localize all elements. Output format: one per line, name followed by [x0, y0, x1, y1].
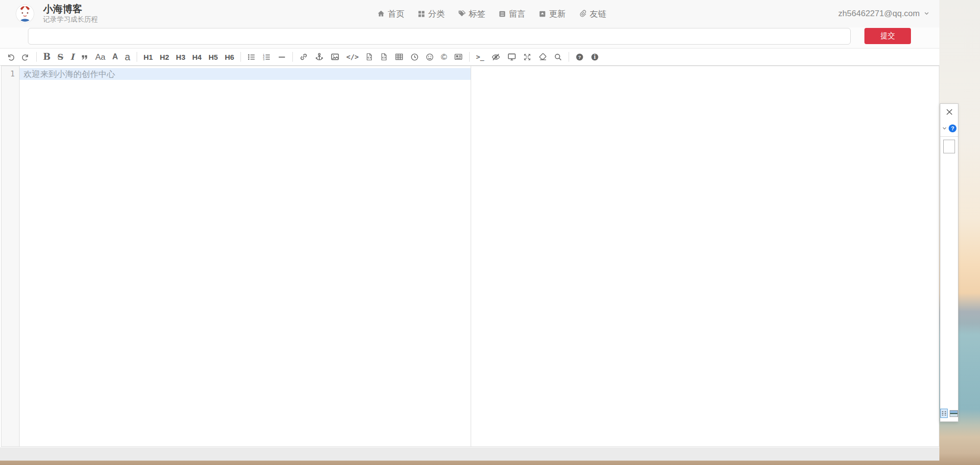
markdown-preview-pane [471, 66, 939, 446]
toolbar-html-entities-button[interactable]: © [437, 49, 451, 65]
redo-icon [22, 53, 30, 61]
toolbar-info-button[interactable]: i [587, 49, 602, 65]
code-icon: </> [346, 53, 359, 60]
nav-item-messages[interactable]: 留言 [499, 8, 526, 20]
user-menu[interactable]: zh56462271@qq.com [838, 0, 930, 27]
nav-item-links[interactable]: 友链 [579, 8, 606, 20]
toolbar-group-divider [569, 52, 569, 62]
toolbar-search-button[interactable] [550, 49, 566, 65]
nav-item-label: 首页 [388, 8, 405, 20]
toolbar-strikethrough-button[interactable]: S [54, 49, 67, 65]
svg-text:i: i [594, 54, 596, 60]
panel-divider [940, 136, 958, 137]
editor-placeholder-text: 欢迎来到小海的创作中心 [20, 69, 115, 80]
nav-item-categories[interactable]: 分类 [418, 8, 445, 20]
chevron-down-icon[interactable] [942, 124, 947, 133]
toolbar-list-ul-button[interactable] [244, 49, 259, 65]
main-nav: 首页分类标签留言更新友链 [377, 0, 606, 27]
toolbar-emoji-button[interactable] [422, 49, 437, 65]
preview-icon [507, 52, 516, 61]
toolbar-h2-button[interactable]: H2 [156, 49, 172, 65]
nav-item-tags[interactable]: 标签 [458, 8, 485, 20]
category-icon [418, 10, 425, 18]
panel-controls-row: ? [940, 124, 958, 133]
toolbar-watch-button[interactable] [488, 49, 504, 65]
toolbar-h4-button[interactable]: H4 [189, 49, 205, 65]
h2-icon: H2 [160, 53, 169, 61]
toolbar-preformatted-text-button[interactable] [362, 49, 377, 65]
toolbar-goto-line-button[interactable]: >_ [473, 49, 488, 65]
toolbar-link-button[interactable] [296, 49, 311, 65]
comments-icon [499, 10, 506, 18]
h4-icon: H4 [192, 53, 202, 61]
toolbar-h3-button[interactable]: H3 [172, 49, 189, 65]
toolbar-bold-button[interactable]: B [40, 49, 54, 65]
datetime-icon [410, 53, 419, 61]
toolbar-h1-button[interactable]: H1 [140, 49, 156, 65]
image-icon [331, 52, 339, 61]
toolbar-hr-button[interactable] [274, 49, 289, 65]
update-icon [539, 10, 546, 18]
panel-bottom-icons [940, 409, 958, 418]
side-overlay-panel: ? [940, 103, 958, 422]
home-icon [377, 10, 385, 18]
nav-item-label: 友链 [590, 8, 606, 20]
toolbar-undo-button[interactable] [3, 49, 18, 65]
toolbar-image-button[interactable] [327, 49, 343, 65]
emoji-icon [426, 53, 434, 61]
preformatted-text-icon [365, 52, 373, 61]
nav-item-label: 更新 [549, 8, 566, 20]
line-number-gutter: 1 [1, 66, 20, 446]
toolbar-preview-button[interactable] [504, 49, 520, 65]
toolbar-ucwords-button[interactable]: Aa [92, 49, 109, 65]
toolbar-clear-button[interactable] [535, 49, 550, 65]
toolbar-pagebreak-button[interactable] [451, 49, 466, 65]
editor-toolbar: BSIAaAaH1H2H3H4H5H6123</>©>_?i [0, 49, 939, 66]
search-icon [554, 53, 562, 61]
submit-button[interactable]: 提交 [864, 28, 911, 44]
code-editing-area[interactable]: 欢迎来到小海的创作中心 [20, 66, 471, 446]
toolbar-quote-button[interactable] [77, 49, 92, 65]
quote-icon [81, 53, 88, 61]
post-title-input[interactable] [28, 28, 851, 45]
nav-item-label: 分类 [428, 8, 445, 20]
side-panel-input[interactable] [943, 140, 955, 153]
toolbar-group-divider [469, 52, 470, 62]
brand-text: 小海博客 记录学习成长历程 [43, 3, 98, 24]
image-thumbnail-icon[interactable] [950, 410, 958, 417]
toolbar-code-button[interactable]: </> [343, 49, 362, 65]
toolbar-group-divider [36, 52, 37, 62]
user-email: zh56462271@qq.com [838, 9, 920, 19]
toolbar-help-button[interactable]: ? [572, 49, 587, 65]
anchor-icon [315, 52, 324, 61]
nav-item-updates[interactable]: 更新 [539, 8, 566, 20]
site-logo-avatar [16, 4, 34, 23]
toolbar-group-divider [137, 52, 137, 62]
toolbar-lowercase-button[interactable]: a [121, 49, 134, 65]
nav-item-label: 标签 [469, 8, 485, 20]
svg-text:3: 3 [263, 57, 264, 60]
strikethrough-icon: S [57, 53, 63, 61]
list-lines-icon[interactable] [940, 409, 948, 418]
toolbar-code-block-button[interactable] [377, 49, 391, 65]
toolbar-h5-button[interactable]: H5 [205, 49, 221, 65]
nav-item-label: 留言 [509, 8, 526, 20]
toolbar-datetime-button[interactable] [407, 49, 422, 65]
site-brand[interactable]: 小海博客 记录学习成长历程 [16, 3, 98, 24]
site-header: 小海博客 记录学习成长历程 首页分类标签留言更新友链 zh56462271@qq… [0, 0, 939, 28]
toolbar-anchor-button[interactable] [311, 49, 327, 65]
h1-icon: H1 [143, 53, 153, 61]
list-ol-icon: 123 [263, 53, 271, 61]
close-icon[interactable] [945, 108, 954, 118]
toolbar-fullscreen-button[interactable] [520, 49, 535, 65]
chevron-down-icon [924, 9, 930, 19]
help-icon[interactable]: ? [949, 124, 956, 132]
toolbar-uppercase-button[interactable]: A [109, 49, 121, 65]
h3-icon: H3 [176, 53, 185, 61]
nav-item-home[interactable]: 首页 [377, 8, 405, 20]
toolbar-italic-button[interactable]: I [67, 49, 78, 65]
toolbar-h6-button[interactable]: H6 [221, 49, 238, 65]
toolbar-redo-button[interactable] [18, 49, 33, 65]
toolbar-list-ol-button[interactable]: 123 [259, 49, 274, 65]
toolbar-table-button[interactable] [391, 49, 407, 65]
